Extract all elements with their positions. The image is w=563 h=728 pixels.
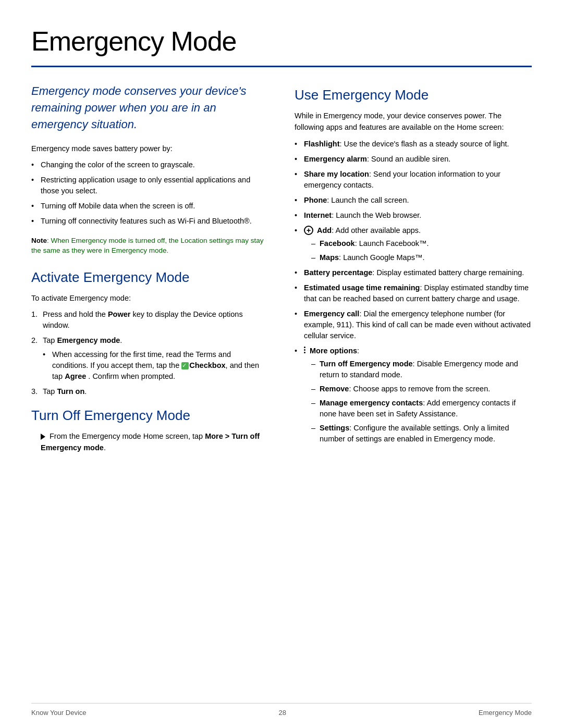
option-name: Remove [320, 385, 349, 393]
checkbox-icon [181, 362, 189, 369]
list-item: 3. Tap Turn on. [31, 386, 268, 397]
feature-name: Maps [320, 253, 339, 262]
feature-name: Emergency alarm [304, 155, 367, 163]
dot [304, 352, 305, 353]
turn-off-heading: Turn Off Emergency Mode [31, 405, 268, 426]
activate-steps: 1. Press and hold the Power key to displ… [31, 309, 268, 397]
turn-on-label: Turn on [57, 387, 84, 396]
turn-off-instruction: From the Emergency mode Home screen, tap… [31, 431, 268, 453]
feature-name: Estimated usage time remaining [304, 283, 420, 292]
list-item: Turning off Mobile data when the screen … [31, 201, 268, 212]
feature-name: Phone [304, 196, 327, 204]
more-options-icon [304, 347, 305, 353]
emergency-mode-label: Emergency mode [57, 336, 120, 344]
dot [304, 349, 305, 351]
list-item: Settings: Configure the available settin… [311, 423, 532, 445]
saves-bullet-list: Changing the color of the screen to gray… [31, 159, 268, 227]
title-divider [31, 66, 532, 67]
list-item: Phone: Launch the call screen. [295, 195, 532, 206]
intro-text: Emergency mode conserves your device's r… [31, 83, 268, 133]
feature-name: Flashlight [304, 140, 339, 148]
note-label: Note [31, 237, 47, 244]
add-sub-list: Facebook: Launch Facebook™. Maps: Launch… [311, 238, 532, 263]
step-number: 3. [31, 386, 38, 397]
list-item: 1. Press and hold the Power key to displ… [31, 309, 268, 331]
list-item: Battery percentage: Display estimated ba… [295, 267, 532, 278]
footer-right: Emergency Mode [479, 708, 532, 718]
option-name: Settings [320, 424, 349, 432]
use-intro: While in Emergency mode, your device con… [295, 110, 532, 133]
list-item: When accessing for the first time, read … [43, 349, 268, 382]
add-icon: + [304, 226, 313, 235]
list-item: Estimated usage time remaining: Display … [295, 282, 532, 304]
list-item: Turning off connectivity features such a… [31, 216, 268, 227]
activate-heading: Activate Emergency Mode [31, 267, 268, 288]
list-item: 2. Tap Emergency mode. When accessing fo… [31, 335, 268, 382]
sub-bullet-list: When accessing for the first time, read … [43, 349, 268, 382]
list-item: Facebook: Launch Facebook™. [311, 238, 532, 249]
saves-battery-intro: Emergency mode saves battery power by: [31, 143, 268, 155]
note-box: Note: When Emergency mode is turned off,… [31, 236, 268, 256]
list-item: Flashlight: Use the device's flash as a … [295, 139, 532, 150]
list-item: Remove: Choose apps to remove from the s… [311, 384, 532, 394]
page-title: Emergency Mode [31, 21, 532, 61]
checkbox-label: Checkbox [189, 361, 225, 369]
activate-intro: To activate Emergency mode: [31, 293, 268, 304]
list-item: Emergency call: Dial the emergency telep… [295, 309, 532, 341]
list-item: More options: Turn off Emergency mode: D… [295, 346, 532, 445]
triangle-icon [41, 434, 45, 440]
step-number: 1. [31, 309, 38, 320]
feature-name: More options [310, 347, 357, 355]
feature-name: Share my location [304, 170, 369, 178]
agree-label: Agree [65, 372, 86, 380]
list-item: Changing the color of the screen to gray… [31, 159, 268, 170]
list-item: Share my location: Send your location in… [295, 169, 532, 191]
dot [304, 347, 305, 348]
list-item: + Add: Add other available apps. Faceboo… [295, 225, 532, 263]
more-options-list: Turn off Emergency mode: Disable Emergen… [311, 359, 532, 445]
option-name: Turn off Emergency mode [320, 360, 413, 368]
footer: Know Your Device 28 Emergency Mode [31, 703, 532, 718]
feature-name: Internet [304, 211, 332, 219]
features-list: Flashlight: Use the device's flash as a … [295, 139, 532, 445]
list-item: Manage emergency contacts: Add emergency… [311, 398, 532, 419]
note-text: : When Emergency mode is turned off, the… [31, 237, 263, 255]
feature-name: Battery percentage [304, 268, 372, 277]
use-heading: Use Emergency Mode [295, 85, 532, 105]
list-item: Restricting application usage to only es… [31, 175, 268, 196]
footer-left: Know Your Device [31, 708, 87, 718]
left-column: Emergency mode conserves your device's r… [31, 83, 268, 453]
more-label: More > Turn off Emergency mode [41, 432, 260, 451]
option-name: Manage emergency contacts [320, 399, 423, 407]
feature-name: Emergency call [304, 310, 359, 318]
right-column: Use Emergency Mode While in Emergency mo… [295, 83, 532, 453]
list-item: Turn off Emergency mode: Disable Emergen… [311, 359, 532, 380]
list-item: Internet: Launch the Web browser. [295, 210, 532, 221]
list-item: Emergency alarm: Sound an audible siren. [295, 154, 532, 165]
list-item: Maps: Launch Google Maps™. [311, 252, 532, 263]
power-label: Power [108, 310, 131, 318]
feature-name: Facebook [320, 239, 355, 248]
step-number: 2. [31, 335, 38, 346]
feature-name: Add [317, 226, 332, 235]
footer-center: 28 [279, 708, 286, 718]
